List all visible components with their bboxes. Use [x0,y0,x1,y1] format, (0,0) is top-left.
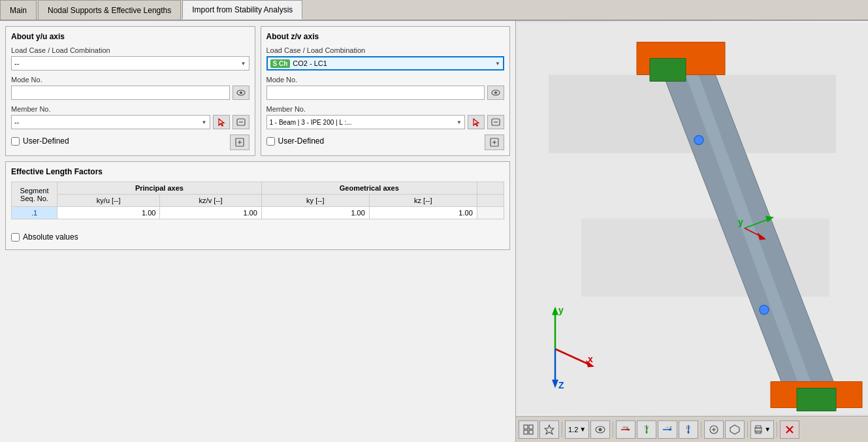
y-expand-btn[interactable] [230,134,249,150]
svg-text:x: x [588,354,593,364]
beam-3d-svg: y x Z y [516,21,868,416]
tb-btn-close-red[interactable] [780,420,799,439]
z-load-case-dropdown-icon: ▼ [495,61,500,67]
z-member-no-row: 1 - Beam | 3 - IPE 200 | L :... ▼ [266,115,505,129]
z-expand-btn[interactable] [485,134,504,150]
elf-title: Effective Length Factors [11,167,504,176]
z-member-no-select[interactable]: 1 - Beam | 3 - IPE 200 | L :... ▼ [266,115,466,129]
z-axis-panel: About z/v axis Load Case / Load Combinat… [261,26,511,156]
z-member-dropdown-icon: ▼ [457,119,462,125]
left-panel: About y/u axis Load Case / Load Combinat… [0,21,516,442]
svg-rect-47 [529,425,533,429]
tb-sep-5 [777,422,777,437]
elf-ky-1[interactable]: 1.00 [261,207,369,219]
y-user-defined-row: User-Defined [11,134,249,150]
elf-col-kz: kz [--] [369,195,477,207]
tb-sep-4 [747,422,748,437]
z-mode-no-label: Mode No. [266,76,505,84]
z-mode-no-input[interactable] [266,86,485,100]
tb-btn-eye[interactable] [590,420,610,439]
tb-scale-dropdown-icon: ▼ [579,426,586,433]
y-load-case-dropdown-icon: ▼ [241,61,246,67]
tb-dropdown-scale[interactable]: 1.2 ▼ [565,420,589,439]
tb-btn-axis-z[interactable]: →z [658,420,677,439]
print-dropdown-icon: ▼ [764,426,771,433]
y-member-link-btn[interactable] [233,115,249,129]
svg-marker-50 [545,425,554,434]
elf-kzv-1[interactable]: 1.00 [160,207,261,219]
z-user-defined-checkbox[interactable] [266,137,275,146]
z-user-defined-label: User-Defined [278,136,325,146]
elf-kz-1[interactable]: 1.00 [369,207,477,219]
y-user-defined-label: User-Defined [23,136,69,146]
elf-col-principal: Principal axes [57,182,262,195]
z-mode-no-row [266,86,505,100]
y-load-case-select[interactable]: -- ▼ [11,56,249,71]
elf-seg-1: .1 [12,207,57,219]
z-mode-eye-btn[interactable] [487,86,504,100]
svg-marker-29 [797,388,836,411]
svg-point-8 [494,91,497,94]
tb-btn-cube[interactable] [725,420,745,439]
elf-col-geometrical: Geometrical axes [261,182,477,195]
svg-rect-46 [524,425,528,429]
svg-rect-49 [529,430,533,434]
absolute-values-row: Absolute values [11,232,504,242]
svg-point-30 [694,136,703,145]
tb-sep-1 [562,422,562,437]
tb-btn-plus[interactable] [704,420,724,439]
tab-main[interactable]: Main [0,0,37,20]
elf-panel: Effective Length Factors SegmentSeq. No.… [5,161,510,250]
svg-text:→z: →z [664,424,672,430]
z-axis-title: About z/v axis [266,32,505,41]
tab-bar: Main Nodal Supports & Effective Lengths … [0,0,868,21]
elf-col-ky: ky [--] [261,195,369,207]
viewport-3d: y x Z y [516,21,868,416]
tb-btn-grid[interactable] [519,420,538,439]
y-load-case-label: Load Case / Load Combination [11,46,249,54]
tb-sep-3 [701,422,701,437]
y-user-defined-check-row: User-Defined [11,136,69,146]
elf-row-1: .1 1.00 1.00 1.00 1.00 [12,207,504,219]
z-load-case-row: S Ch CO2 - LC1 ▼ [266,56,505,71]
svg-text:y: y [738,217,743,227]
z-member-link-btn[interactable] [487,115,504,129]
y-mode-eye-btn[interactable] [233,86,249,100]
absolute-values-label: Absolute values [23,232,78,242]
tb-btn-axis-x[interactable]: +y [616,420,635,439]
tab-import[interactable]: Import from Stability Analysis [182,0,302,20]
svg-marker-57 [645,432,648,434]
y-member-dropdown-icon: ▼ [202,119,207,125]
y-member-no-row: -- ▼ [11,115,249,129]
y-member-no-select[interactable]: -- ▼ [11,115,210,129]
tb-btn-axis-y[interactable]: ↑y [637,420,656,439]
svg-text:↑y: ↑y [643,424,649,430]
svg-marker-27 [650,59,686,82]
elf-col-kzv: kz/v [--] [160,195,261,207]
tb-dropdown-print[interactable]: ▼ [750,420,774,439]
right-panel: y x Z y [516,21,868,442]
svg-text:Z: Z [558,380,564,390]
svg-point-1 [240,91,242,94]
y-user-defined-checkbox[interactable] [11,137,20,146]
y-load-case-row: -- ▼ [11,56,249,71]
y-mode-no-input[interactable] [11,86,230,100]
axes-row: About y/u axis Load Case / Load Combinat… [5,26,510,156]
elf-kyu-1[interactable]: 1.00 [57,207,160,219]
tb-btn-axis-zv[interactable]: ↕z [679,420,698,439]
y-mode-no-row [11,86,249,100]
s-ch-badge: S Ch [270,59,291,68]
y-member-cursor-btn[interactable] [213,115,230,129]
svg-rect-48 [524,430,528,434]
y-mode-no-label: Mode No. [11,76,249,84]
z-member-cursor-btn[interactable] [468,115,485,129]
svg-text:y: y [558,305,564,315]
elf-col-kyu: ky/u [--] [57,195,160,207]
z-user-defined-check-row: User-Defined [266,136,325,146]
z-load-case-select[interactable]: S Ch CO2 - LC1 ▼ [266,56,505,71]
elf-table: SegmentSeq. No. Principal axes Geometric… [11,182,504,219]
tab-nodal[interactable]: Nodal Supports & Effective Lengths [38,0,181,20]
absolute-values-checkbox[interactable] [11,233,20,242]
z-load-case-label: Load Case / Load Combination [266,46,505,54]
tb-btn-star[interactable] [539,420,559,439]
